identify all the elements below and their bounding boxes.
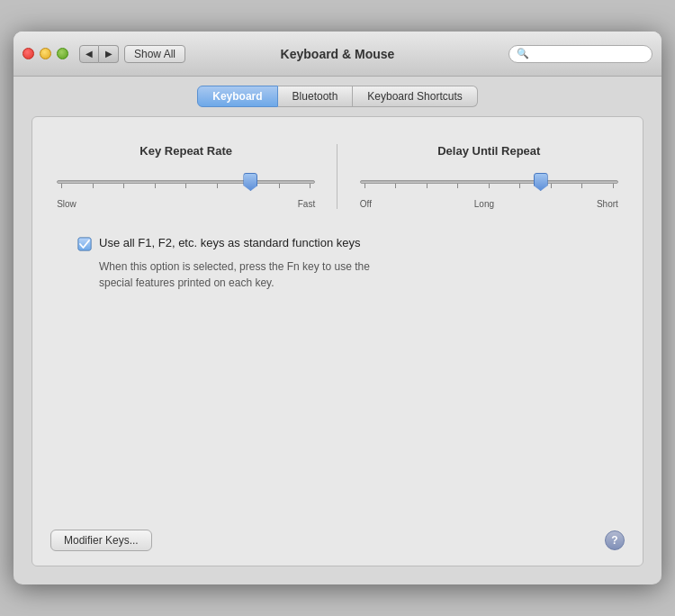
tick [519, 184, 520, 188]
slow-label: Slow [57, 199, 76, 209]
close-button[interactable] [22, 48, 34, 59]
tick [123, 184, 124, 188]
checkbox-section: Use all F1, F2, etc. keys as standard fu… [50, 236, 625, 291]
tick [279, 184, 280, 188]
modifier-keys-button[interactable]: Modifier Keys... [50, 530, 152, 551]
short-label: Short [597, 199, 618, 209]
minimize-button[interactable] [40, 48, 51, 59]
search-box[interactable]: 🔍 [508, 45, 652, 63]
back-button[interactable]: ◀ [79, 45, 99, 63]
fn-keys-label: Use all F1, F2, etc. keys as standard fu… [99, 236, 360, 249]
key-repeat-rate-label: Key Repeat Rate [57, 144, 315, 158]
thumb-shape [243, 173, 257, 191]
traffic-lights [22, 48, 68, 59]
slider-ticks [364, 184, 614, 188]
tick [310, 184, 310, 188]
fn-keys-checkbox[interactable] [77, 237, 92, 251]
thumb-shape [534, 173, 548, 191]
tick [61, 184, 62, 188]
search-input[interactable] [533, 48, 650, 60]
tick [613, 184, 614, 188]
forward-button[interactable]: ▶ [99, 45, 119, 63]
tick [155, 184, 156, 188]
tick [581, 184, 582, 188]
delay-until-repeat-group: Delay Until Repeat [360, 144, 618, 209]
off-label: Off [360, 199, 372, 209]
tabs-bar: Keyboard Bluetooth Keyboard Shortcuts [14, 77, 662, 107]
delay-until-repeat-label: Delay Until Repeat [360, 144, 618, 158]
bottom-row: Modifier Keys... ? [50, 530, 625, 551]
tick [395, 184, 396, 188]
tab-keyboard-shortcuts[interactable]: Keyboard Shortcuts [353, 86, 477, 107]
delay-slider-captions: Off Long Short [360, 199, 618, 209]
maximize-button[interactable] [57, 48, 68, 59]
fast-label: Fast [298, 199, 315, 209]
slider-thumb[interactable] [534, 173, 548, 191]
tick [185, 184, 186, 188]
tick [551, 184, 552, 188]
content-area: Key Repeat Rate [32, 116, 644, 566]
key-repeat-rate-slider[interactable] [57, 168, 315, 195]
search-icon: 🔍 [517, 48, 529, 59]
help-button[interactable]: ? [605, 530, 625, 550]
tick [457, 184, 458, 188]
titlebar: ◀ ▶ Show All Keyboard & Mouse 🔍 [14, 32, 662, 77]
tick [364, 184, 365, 188]
tick [93, 184, 94, 188]
tab-bluetooth[interactable]: Bluetooth [278, 86, 354, 107]
section-divider [337, 144, 338, 209]
slider-thumb[interactable] [243, 173, 257, 191]
long-label: Long [474, 199, 494, 209]
slider-captions: Slow Fast [57, 199, 315, 209]
fn-keys-sublabel: When this option is selected, press the … [99, 258, 598, 291]
delay-until-repeat-slider[interactable] [360, 168, 618, 195]
fn-keys-checkbox-row: Use all F1, F2, etc. keys as standard fu… [77, 236, 598, 251]
main-window: ◀ ▶ Show All Keyboard & Mouse 🔍 Keyboard… [14, 32, 662, 584]
key-repeat-rate-group: Key Repeat Rate [57, 144, 315, 209]
tab-keyboard[interactable]: Keyboard [197, 86, 277, 107]
slider-ticks [61, 184, 310, 188]
sliders-row: Key Repeat Rate [50, 144, 625, 209]
tick [489, 184, 490, 188]
tick [217, 184, 218, 188]
window-title: Keyboard & Mouse [281, 47, 395, 61]
nav-buttons: ◀ ▶ [79, 45, 119, 63]
show-all-button[interactable]: Show All [124, 45, 185, 63]
tick [427, 184, 428, 188]
